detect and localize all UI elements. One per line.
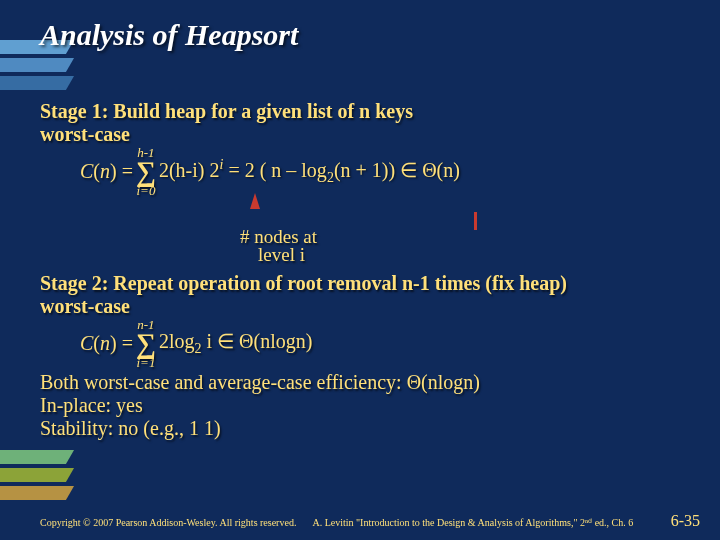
stage2-heading: Stage 2: Repeat operation of root remova… xyxy=(40,272,700,295)
inplace-line: In-place: yes xyxy=(40,394,700,417)
stage1-heading: Stage 1: Build heap for a given list of … xyxy=(40,100,700,123)
sum-lower: i=0 xyxy=(137,184,156,197)
page-number: 6-35 xyxy=(671,512,700,530)
both-line: Both worst-case and average-case efficie… xyxy=(40,371,700,394)
stage1-formula: C(n) = h-1 ∑ i=0 2(h-i) 2i = 2 ( n – log… xyxy=(40,146,700,197)
citation-text: A. Levitin "Introduction to the Design &… xyxy=(312,517,633,528)
stage1-worst: worst-case xyxy=(40,123,130,145)
stage2-heading-text: Stage 2: Repeat operation of root remova… xyxy=(40,272,567,294)
slide-title: Analysis of Heapsort xyxy=(40,18,298,52)
slide-body: Stage 1: Build heap for a given list of … xyxy=(40,100,700,440)
note-line2: level i xyxy=(258,244,700,266)
arrow-pointer xyxy=(250,191,700,230)
stage1-heading-text: Stage 1: Build heap for a given list of … xyxy=(40,100,413,122)
slide-footer: Copyright © 2007 Pearson Addison-Wesley.… xyxy=(40,512,700,530)
stability-line: Stability: no (e.g., 1 1) xyxy=(40,417,700,440)
sigma-icon: n-1 ∑ i=1 xyxy=(136,318,156,369)
sigma-icon: h-1 ∑ i=0 xyxy=(136,146,156,197)
stage2-worst: worst-case xyxy=(40,295,130,317)
sum-body-c: (n + 1)) ∈ Θ(n) xyxy=(334,159,460,181)
stage2-formula: C(n) = n-1 ∑ i=1 2log2 i ∈ Θ(nlogn) xyxy=(40,318,700,369)
sum-body-a: 2(h-i) 2 xyxy=(159,159,220,181)
sum2-body-a: 2log xyxy=(159,330,195,352)
sum2-body-b: i ∈ Θ(nlogn) xyxy=(202,330,313,352)
sum-body-b: = 2 ( n – log xyxy=(223,159,327,181)
sum-lower2: i=1 xyxy=(137,356,156,369)
copyright-text: Copyright © 2007 Pearson Addison-Wesley.… xyxy=(40,517,296,528)
